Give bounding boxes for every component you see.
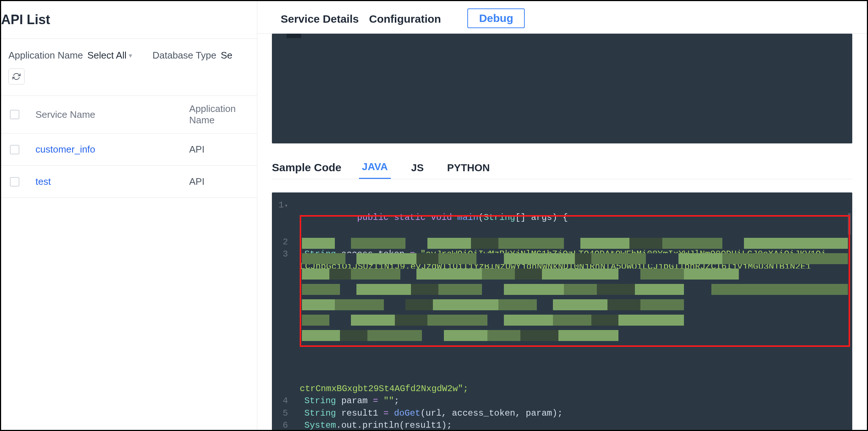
tab-debug[interactable]: Debug: [467, 8, 525, 28]
select-all-checkbox[interactable]: [10, 110, 19, 119]
lang-tab-js[interactable]: JS: [408, 162, 427, 179]
table-row: customer_info API: [1, 134, 257, 166]
sample-code-tabs: Sample Code JAVA JS PYTHON: [272, 161, 852, 179]
service-link[interactable]: test: [35, 176, 189, 187]
scrollbar[interactable]: [848, 213, 851, 235]
api-list-panel: API List Application Name Select All ▾ D…: [1, 1, 257, 430]
row-checkbox[interactable]: [10, 145, 19, 154]
service-link[interactable]: customer_info: [35, 144, 189, 155]
refresh-icon: [12, 72, 20, 80]
token-tail: ctrCnmxBGxgbt29St4AGfd2NxgdW2w";: [272, 383, 852, 395]
filter-app-value: Select All: [87, 50, 127, 61]
filter-app[interactable]: Application Name Select All ▾: [8, 50, 132, 61]
lang-tab-python[interactable]: PYTHON: [444, 162, 493, 179]
redacted-token-area: [302, 236, 848, 342]
code-line: 5 String result1 = doGet(url, access_tok…: [272, 407, 852, 420]
chevron-down-icon: ▾: [129, 52, 132, 60]
detail-tabs: Service Details Configuration Debug: [257, 1, 867, 34]
tab-configuration[interactable]: Configuration: [360, 9, 450, 33]
sample-code-label: Sample Code: [272, 161, 341, 179]
filter-app-label: Application Name: [8, 50, 83, 61]
refresh-button[interactable]: [8, 68, 25, 85]
left-header: API List: [1, 1, 257, 39]
row-checkbox[interactable]: [10, 177, 19, 187]
code-line: 1▾ public static void main(String[] args…: [272, 199, 852, 236]
table-header: Service Name Application Name: [1, 95, 257, 134]
filter-db[interactable]: Database Type Se: [153, 50, 232, 61]
app-cell: API: [189, 144, 248, 155]
output-panel: [272, 34, 852, 143]
filter-db-value: Se: [221, 50, 232, 61]
col-app-name: Application Name: [189, 103, 248, 126]
col-service-name: Service Name: [35, 109, 189, 120]
tab-service-details[interactable]: Service Details: [272, 9, 367, 33]
code-line: 6 System.out.println(result1);: [272, 419, 852, 430]
lang-tab-java[interactable]: JAVA: [359, 161, 391, 179]
code-editor[interactable]: 1▾ public static void main(String[] args…: [272, 192, 852, 430]
filter-db-label: Database Type: [153, 50, 216, 61]
table-row: test API: [1, 166, 257, 198]
filter-row: Application Name Select All ▾ Database T…: [1, 39, 257, 68]
detail-panel: Service Details Configuration Debug Samp…: [257, 1, 867, 430]
page-title: API List: [1, 12, 250, 27]
app-cell: API: [189, 176, 248, 187]
code-line: 4 String param = "";: [272, 395, 852, 407]
api-table: Service Name Application Name customer_i…: [1, 95, 257, 198]
